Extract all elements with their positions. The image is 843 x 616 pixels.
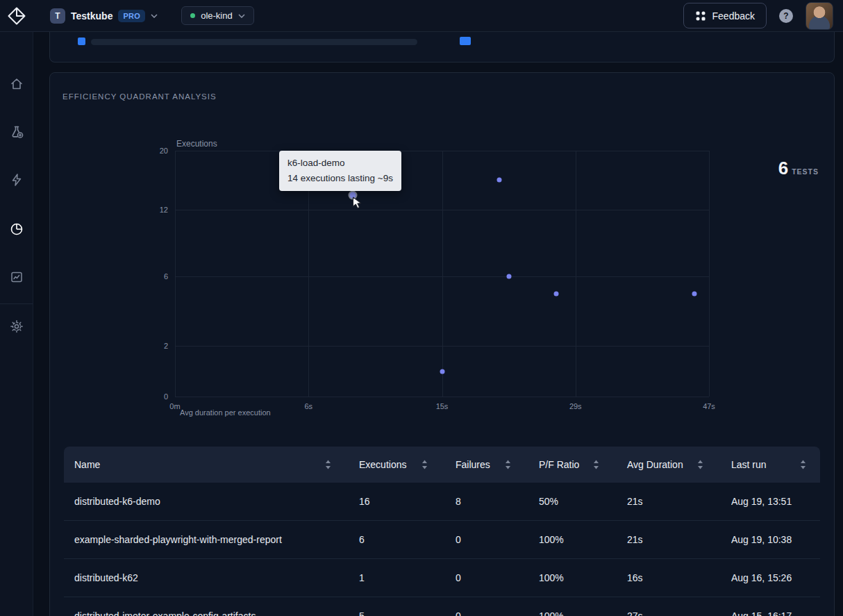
topbar-right: Feedback ? — [683, 2, 843, 30]
gridline-horizontal — [175, 276, 709, 277]
scatter-point[interactable] — [506, 274, 511, 278]
environment-selector[interactable]: ole-kind — [181, 6, 254, 25]
gridline-vertical — [442, 151, 443, 397]
chevron-down-icon — [238, 14, 245, 18]
sort-icon — [325, 460, 331, 469]
testkube-logo-icon — [7, 6, 26, 26]
table-cell: example-sharded-playwright-with-merged-r… — [64, 534, 359, 545]
table-row[interactable]: distributed-k6-demo16850%21sAug 19, 13:5… — [64, 483, 820, 521]
table-cell: 100% — [539, 572, 627, 583]
table-cell: Aug 19, 13:51 — [731, 496, 820, 507]
artifacts-icon — [10, 270, 24, 284]
clipped-blue-bar — [460, 37, 471, 45]
column-label: P/F Ratio — [539, 459, 579, 470]
tests-count-number: 6 — [778, 158, 788, 179]
x-tick-label: 47s — [703, 402, 715, 410]
table-cell: 8 — [456, 496, 539, 507]
sidebar-item-artifacts[interactable] — [10, 270, 24, 284]
org-name: Testkube — [71, 10, 112, 22]
table-row[interactable]: example-sharded-playwright-with-merged-r… — [64, 521, 820, 559]
org-avatar: T — [50, 8, 65, 24]
sidebar-item-triggers[interactable] — [10, 173, 24, 187]
feedback-icon — [695, 10, 706, 22]
chart-tooltip: k6-load-demo 14 executions lasting ~9s — [279, 151, 401, 191]
testkube-logo[interactable] — [0, 0, 33, 32]
chevron-down-icon — [151, 14, 158, 18]
lightning-icon — [10, 173, 24, 187]
clipped-blue-marker — [78, 38, 85, 45]
table-cell: distributed-k62 — [64, 572, 359, 583]
sidebar-divider — [0, 303, 33, 304]
y-tick-label: 12 — [160, 206, 168, 214]
main-content: EFFICIENCY QUADRANT ANALYSIS 6 TESTS Exe… — [33, 32, 843, 616]
sidebar-item-home[interactable] — [10, 77, 24, 91]
pro-badge: PRO — [118, 10, 145, 22]
org-selector[interactable]: T Testkube PRO — [50, 8, 158, 24]
table-cell: 27s — [627, 610, 731, 616]
y-tick-label: 6 — [164, 272, 168, 281]
mouse-cursor-icon — [352, 197, 365, 210]
scatter-point[interactable] — [692, 291, 696, 296]
table-row[interactable]: distributed-k6210100%16sAug 16, 15:26 — [64, 559, 820, 597]
env-status-dot — [190, 13, 195, 18]
card-title: EFFICIENCY QUADRANT ANALYSIS — [62, 92, 217, 101]
sort-icon — [593, 460, 599, 469]
x-tick-label: 29s — [569, 402, 582, 410]
table-cell: 6 — [359, 534, 456, 545]
gridline-horizontal — [175, 210, 709, 210]
x-tick-label: 6s — [304, 402, 312, 410]
table-cell: 0 — [456, 572, 539, 583]
table-cell: 100% — [539, 534, 627, 545]
y-tick-label: 2 — [164, 342, 168, 350]
tooltip-test-name: k6-load-demo — [287, 156, 393, 171]
table-cell: 16 — [359, 496, 456, 507]
table-cell: distributed-jmeter-example-config-artifa… — [64, 610, 359, 616]
table-cell: Aug 19, 10:38 — [731, 534, 820, 545]
gridline-horizontal — [175, 151, 709, 151]
table-cell: 21s — [627, 534, 731, 545]
sidebar — [0, 32, 33, 616]
column-header-last-run[interactable]: Last run — [731, 459, 820, 470]
sidebar-item-settings[interactable] — [10, 319, 24, 333]
help-icon[interactable]: ? — [779, 9, 793, 23]
table-cell: 50% — [539, 496, 627, 507]
gridline-vertical — [175, 151, 176, 397]
tests-icon — [10, 125, 24, 139]
env-name: ole-kind — [201, 10, 233, 21]
feedback-button[interactable]: Feedback — [683, 3, 767, 28]
column-label: Executions — [359, 459, 406, 470]
gridline-horizontal — [175, 397, 709, 397]
scatter-plot: Avg duration per execution k6-load-demo … — [175, 151, 709, 397]
table-cell: 0 — [456, 610, 539, 616]
column-header-avg-duration[interactable]: Avg Duration — [627, 459, 731, 470]
home-icon — [10, 77, 24, 91]
column-header-name[interactable]: Name — [64, 459, 359, 470]
scatter-point[interactable] — [350, 192, 356, 198]
table-cell: 16s — [627, 572, 731, 583]
table-cell: Aug 15, 16:17 — [731, 610, 820, 616]
sidebar-item-tests[interactable] — [10, 125, 24, 139]
column-header-executions[interactable]: Executions — [359, 459, 456, 470]
scatter-point[interactable] — [554, 291, 559, 296]
table-cell: 0 — [456, 534, 539, 545]
x-tick-label: 0m — [169, 402, 180, 410]
y-axis-title: Executions — [176, 139, 217, 149]
user-avatar[interactable] — [806, 2, 833, 30]
sidebar-item-insights[interactable] — [10, 222, 24, 236]
column-label: Failures — [456, 459, 490, 470]
table-cell: 21s — [627, 496, 731, 507]
column-label: Name — [74, 459, 100, 470]
column-header-pf-ratio[interactable]: P/F Ratio — [539, 459, 627, 470]
column-header-failures[interactable]: Failures — [456, 459, 539, 470]
tests-count-label: TESTS — [792, 167, 819, 176]
table-cell: 100% — [539, 610, 627, 616]
table-cell: distributed-k6-demo — [64, 496, 359, 507]
gridline-vertical — [576, 151, 576, 397]
gridline-vertical — [709, 151, 710, 397]
efficiency-quadrant-card: EFFICIENCY QUADRANT ANALYSIS 6 TESTS Exe… — [49, 72, 835, 616]
scatter-point[interactable] — [496, 178, 501, 183]
column-label: Last run — [731, 459, 767, 470]
table-row[interactable]: distributed-jmeter-example-config-artifa… — [64, 597, 820, 616]
sort-icon — [800, 460, 806, 469]
scatter-point[interactable] — [440, 369, 444, 374]
